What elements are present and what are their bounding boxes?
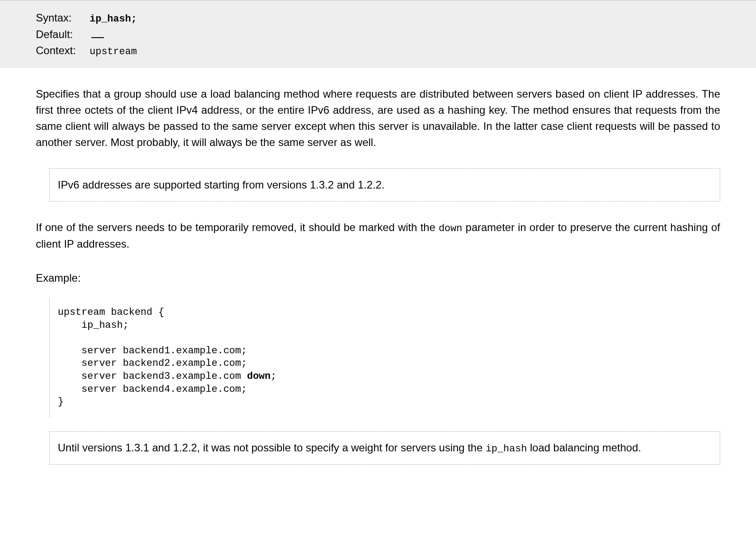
example-code: upstream backend { ip_hash; server backe… (49, 297, 720, 418)
default-label: Default: (36, 26, 85, 43)
example-label: Example: (36, 270, 720, 286)
note-weight: Until versions 1.3.1 and 1.2.2, it was n… (49, 431, 720, 465)
context-label: Context: (36, 43, 85, 59)
directive-box: Syntax: ip_hash; Default: Context: upstr… (0, 0, 756, 68)
down-paragraph-a: If one of the servers needs to be tempor… (36, 221, 438, 233)
example-code-bold: down (247, 371, 271, 382)
down-paragraph: If one of the servers needs to be tempor… (36, 219, 720, 252)
note-ipv6-text: IPv6 addresses are supported starting fr… (58, 179, 385, 191)
example-code-part1: upstream backend { ip_hash; server backe… (58, 307, 247, 382)
page: Syntax: ip_hash; Default: Context: upstr… (0, 0, 756, 465)
default-row: Default: (36, 26, 743, 43)
syntax-row: Syntax: ip_hash; (36, 10, 743, 26)
down-code: down (438, 223, 462, 234)
context-value: upstream (90, 44, 137, 59)
description-paragraph: Specifies that a group should use a load… (36, 86, 720, 150)
note-weight-code: ip_hash (485, 443, 527, 455)
context-row: Context: upstream (36, 43, 743, 59)
note-ipv6: IPv6 addresses are supported starting fr… (49, 168, 720, 202)
syntax-label: Syntax: (36, 10, 85, 26)
note-weight-b: load balancing method. (527, 442, 641, 454)
default-dash-icon (91, 37, 104, 38)
content: Specifies that a group should use a load… (0, 68, 756, 465)
syntax-value: ip_hash; (90, 12, 137, 26)
note-weight-a: Until versions 1.3.1 and 1.2.2, it was n… (58, 442, 485, 454)
